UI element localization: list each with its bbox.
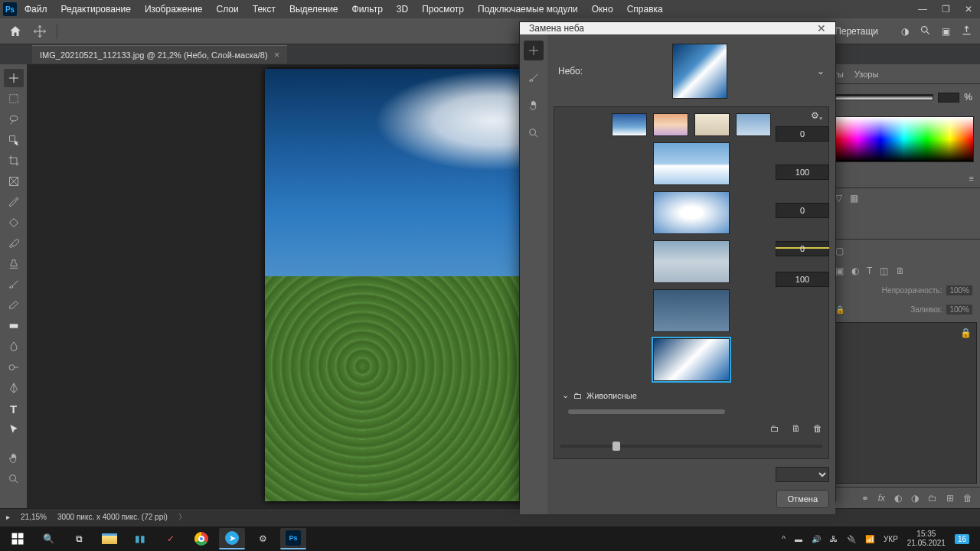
tray-clock[interactable]: 15:35 21.05.2021 [907, 530, 946, 548]
fill-value[interactable]: 100% [946, 305, 972, 315]
sky-thumb[interactable] [653, 113, 688, 136]
lock-icon[interactable]: 🔒 [835, 305, 844, 314]
sky-thumb-large[interactable] [653, 191, 730, 234]
delete-layer-icon[interactable]: 🗑 [963, 493, 972, 504]
layer-mask-icon[interactable]: ◐ [894, 493, 902, 504]
frame-tool[interactable] [4, 172, 24, 191]
sky-thumb[interactable] [612, 113, 647, 136]
menu-view[interactable]: Просмотр [416, 2, 470, 17]
fx-type-icon[interactable]: T [867, 266, 872, 276]
dialog-hand-tool[interactable] [524, 96, 544, 116]
preset-new-icon[interactable]: 🗎 [792, 423, 801, 434]
preset-folder-icon[interactable]: 🗀 [770, 423, 779, 434]
sky-thumb-large[interactable] [653, 289, 730, 332]
layer-fx-icon[interactable]: fx [878, 493, 885, 504]
move-tool-icon[interactable] [31, 22, 49, 41]
blur-tool[interactable] [4, 337, 24, 356]
preset-scrollbar[interactable] [568, 409, 725, 414]
cloud-docs-icon[interactable]: ◑ [901, 26, 909, 37]
dialog-close-icon[interactable]: ✕ [817, 22, 826, 34]
lasso-tool[interactable] [4, 110, 24, 129]
fx-crop-icon[interactable]: ◫ [880, 266, 888, 276]
slider-value-2[interactable]: 100 [776, 165, 829, 180]
brush-tool[interactable] [4, 234, 24, 253]
tab-close-icon[interactable]: × [274, 49, 280, 60]
menu-text[interactable]: Текст [247, 2, 282, 17]
tray-battery-icon[interactable]: ▬ [795, 535, 802, 543]
menu-layers[interactable]: Слои [211, 2, 245, 17]
pen-tool[interactable] [4, 379, 24, 397]
marquee-tool[interactable] [4, 90, 24, 108]
slider-value-3[interactable]: 0 [776, 203, 829, 218]
menu-file[interactable]: Файл [18, 2, 54, 17]
tray-volume-icon[interactable]: 🔊 [812, 535, 821, 543]
type-tool[interactable]: T [4, 399, 24, 418]
dialog-titlebar[interactable]: Замена неба ✕ [520, 22, 835, 34]
sky-thumb-selected[interactable] [653, 338, 730, 381]
sky-thumb[interactable] [694, 113, 730, 136]
task-view-button[interactable]: ⧉ [66, 528, 92, 549]
fx-half-icon[interactable]: ◐ [851, 266, 859, 276]
layers-list[interactable]: 🔒 [831, 322, 977, 484]
stamp-tool[interactable] [4, 255, 24, 273]
dodge-tool[interactable] [4, 358, 24, 377]
document-tab[interactable]: IMG_20210521_112133.jpg @ 21,2% (Небо, С… [32, 45, 287, 64]
menu-help[interactable]: Справка [621, 2, 669, 17]
new-layer-icon[interactable]: ⊞ [946, 493, 954, 504]
link-layers-icon[interactable]: ⚭ [861, 493, 869, 504]
sky-thumb-large[interactable] [653, 240, 730, 283]
search-button[interactable]: 🔍 [35, 528, 61, 549]
sky-preview[interactable] [672, 44, 727, 99]
path-select-tool[interactable] [4, 420, 24, 439]
slider-value-4[interactable]: 0 [776, 241, 829, 256]
menu-window[interactable]: Окно [586, 2, 619, 17]
start-button[interactable] [5, 528, 31, 549]
move-tool[interactable] [4, 69, 24, 87]
menu-select[interactable]: Выделение [283, 2, 345, 17]
eyedropper-tool[interactable] [4, 193, 24, 211]
dialog-zoom-tool[interactable] [524, 123, 544, 143]
tray-lang[interactable]: УКР [884, 535, 898, 543]
search-icon[interactable] [920, 24, 931, 38]
panel-menu-icon[interactable]: ≡ [969, 174, 974, 183]
photoshop-taskbar-icon[interactable]: Ps [280, 528, 306, 549]
notifications-icon[interactable]: 16 [955, 534, 969, 544]
history-brush-tool[interactable] [4, 276, 24, 294]
zoom-slider[interactable] [560, 445, 822, 448]
cleaner-app-icon[interactable]: ✓ [158, 528, 184, 549]
tray-wifi-icon[interactable]: 📶 [865, 535, 874, 543]
cancel-button[interactable]: Отмена [776, 490, 829, 508]
adjustment-grid-icon[interactable]: ▦ [850, 193, 858, 204]
group-icon[interactable]: 🗀 [928, 493, 937, 504]
sky-thumb[interactable] [736, 113, 771, 136]
fx-doc-icon[interactable]: 🗎 [896, 266, 905, 276]
stats-app-icon[interactable]: ▮▮ [127, 528, 153, 549]
sky-dropdown-icon[interactable]: ⌄ [817, 66, 825, 77]
fx-image-icon[interactable]: ▣ [835, 266, 844, 276]
menu-filter[interactable]: Фильтр [346, 2, 389, 17]
tray-chevron-icon[interactable]: ^ [782, 535, 786, 543]
close-icon[interactable]: ✕ [957, 0, 980, 18]
menu-edit[interactable]: Редактирование [55, 2, 137, 17]
doc-info[interactable]: 3000 пикс. x 4000 пикс. (72 ppi) [57, 513, 168, 521]
output-select[interactable] [776, 467, 829, 482]
status-arrow-icon[interactable]: ▸ [6, 513, 10, 521]
tray-power-icon[interactable]: 🔌 [847, 535, 856, 543]
opacity-input[interactable] [938, 93, 959, 103]
home-icon[interactable] [8, 24, 23, 39]
tray-network-icon[interactable]: 🖧 [830, 535, 838, 543]
share-icon[interactable] [961, 24, 972, 38]
eraser-tool[interactable] [4, 296, 24, 315]
opacity-value[interactable]: 100% [946, 285, 972, 295]
explorer-icon[interactable] [96, 528, 122, 549]
menu-plugins[interactable]: Подключаемые модули [472, 2, 584, 17]
adjustment-layer-icon[interactable]: ◑ [911, 493, 919, 504]
preset-category[interactable]: ⌄ 🗀 Живописные [560, 387, 822, 403]
thumb-icon[interactable]: ▢ [835, 246, 844, 256]
slider-value-1[interactable]: 0 [776, 126, 829, 142]
hand-tool[interactable] [4, 449, 24, 468]
status-chevron-icon[interactable]: 〉 [178, 512, 186, 523]
menu-image[interactable]: Изображение [139, 2, 209, 17]
healing-tool[interactable] [4, 214, 24, 232]
sky-thumb-large[interactable] [653, 142, 730, 185]
